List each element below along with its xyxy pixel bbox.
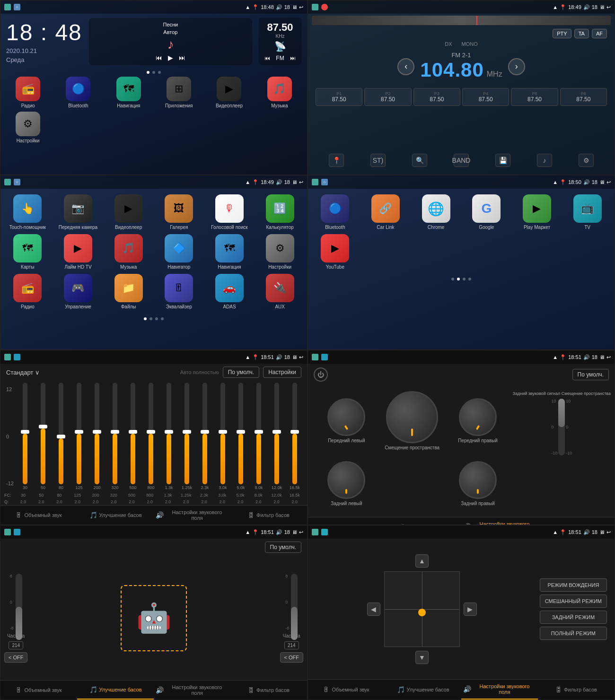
radio-loc-btn[interactable]: 📍: [329, 154, 344, 167]
app-front-camera[interactable]: 📷 Передняя камера: [55, 194, 102, 230]
af-btn[interactable]: AF: [592, 29, 607, 38]
eq-band-11[interactable]: 2.3k: [196, 383, 213, 490]
p6-tab-surround[interactable]: 🎚 Объемный звук: [308, 517, 385, 525]
minimize-p7[interactable]: [4, 529, 11, 535]
app-carlink[interactable]: 🔗 Car Link: [362, 194, 409, 230]
minimize-icon-p2[interactable]: [312, 4, 318, 10]
p8-tab-bass[interactable]: 🎵 Улучшение басов: [385, 680, 461, 700]
knob-rear-right[interactable]: Задний правый: [459, 461, 497, 506]
back-p4[interactable]: ↩: [606, 179, 611, 185]
app-maps[interactable]: 🗺 Карты: [4, 234, 51, 270]
app-youtube[interactable]: ▶ YouTube: [312, 234, 359, 270]
app-aux[interactable]: 🔌 AUX: [256, 274, 303, 310]
app-music-p3[interactable]: 🎵 Музыка: [105, 234, 152, 270]
radio-next-btn[interactable]: ⏭: [290, 55, 296, 61]
app-radio[interactable]: 📻 Радио: [4, 77, 52, 109]
p6-tab-bass[interactable]: 🎵 Улучшение басов: [385, 517, 461, 525]
ta-btn[interactable]: TA: [574, 29, 589, 38]
eq-band-4[interactable]: 125: [70, 383, 88, 490]
bass-off-btn-left[interactable]: < OFF: [4, 652, 27, 663]
ss-default-btn[interactable]: По умолч.: [572, 369, 609, 380]
app-videoplayer[interactable]: ▶ Видеоплеер: [205, 77, 253, 109]
app-music[interactable]: 🎵 Музыка: [256, 77, 303, 109]
app-google[interactable]: G Google: [463, 194, 510, 230]
mode-driving[interactable]: РЕЖИМ ВОЖДЕНИЯ: [540, 578, 607, 592]
preset-p1[interactable]: P1 87.50: [316, 88, 362, 106]
bass-slider-track-left[interactable]: [16, 574, 22, 640]
app-gallery[interactable]: 🖼 Галерея: [156, 194, 202, 230]
radio-prev-btn[interactable]: ⏮: [264, 55, 270, 61]
page-dot-3[interactable]: [158, 71, 161, 74]
dot-1-p3[interactable]: [144, 317, 147, 320]
eq-band-12[interactable]: 3.0k: [214, 383, 231, 490]
eq-band-6[interactable]: 320: [106, 383, 123, 490]
stage-down-btn[interactable]: ▼: [415, 651, 429, 664]
radio-band-btn[interactable]: BAND: [454, 154, 469, 167]
eq-preset-selector[interactable]: Стандарт ∨: [6, 369, 40, 376]
preset-p5[interactable]: P5 87.50: [511, 88, 558, 106]
preset-p4[interactable]: P4 87.50: [462, 88, 509, 106]
app-radio-p3[interactable]: 📻 Радио: [4, 274, 51, 310]
back-p8[interactable]: ↩: [606, 529, 611, 535]
p8-tab-soundfield[interactable]: 🔊 Настройки звукового поля: [461, 680, 538, 700]
radio-search-btn[interactable]: 🔍: [412, 154, 427, 167]
back-p3[interactable]: ↩: [299, 179, 303, 185]
eq-band-5[interactable]: 200: [88, 383, 105, 490]
bass-off-btn-right[interactable]: < OFF: [280, 652, 303, 663]
app-navigator[interactable]: 🔷 Навигатор: [156, 234, 202, 270]
bass-default-btn[interactable]: По умолч.: [265, 542, 301, 553]
back-icon-p2[interactable]: ↩: [606, 4, 611, 10]
eq-band-8[interactable]: 800: [142, 383, 159, 490]
eq-band-1[interactable]: 30: [17, 383, 34, 490]
minimize-p8[interactable]: [312, 529, 318, 535]
home-p3[interactable]: ⌂: [14, 179, 20, 185]
app-bluetooth[interactable]: 🔵 Bluetooth: [54, 77, 102, 109]
eq-band-13[interactable]: 5.0k: [232, 383, 249, 490]
knob-spatial-shift[interactable]: Смещение пространства: [385, 391, 439, 450]
app-chrome[interactable]: 🌐 Chrome: [413, 194, 459, 230]
app-tv[interactable]: 📺 TV: [564, 194, 611, 230]
app-equalizer-p3[interactable]: 🎚 Эквалайзер: [156, 274, 202, 310]
stage-right-btn[interactable]: ▶: [464, 603, 477, 616]
app-files[interactable]: 📁 Файлы: [105, 274, 152, 310]
back-icon[interactable]: ↩: [299, 4, 303, 10]
radio-widget[interactable]: 87.50 KHz 📡 ⏮ FM ⏭: [259, 18, 301, 65]
dot-4-p3[interactable]: [161, 317, 164, 320]
app-calculator[interactable]: 🔢 Калькулятор: [256, 194, 303, 230]
dot-3-p4[interactable]: [463, 278, 466, 280]
p7-tab-bassfilter[interactable]: 🎛 Фильтр басов: [230, 681, 307, 700]
app-settings-p3[interactable]: ⚙ Настройки: [256, 234, 303, 270]
minimize-p3[interactable]: [4, 179, 11, 185]
home-icon[interactable]: ⌂: [14, 4, 20, 10]
preset-p2[interactable]: P2 87.50: [364, 88, 411, 106]
eq-settings-btn[interactable]: Настройки: [263, 367, 301, 378]
stage-up-btn[interactable]: ▲: [415, 554, 429, 568]
dot-4-p4[interactable]: [468, 278, 471, 280]
app-applications[interactable]: ⊞ Приложения: [155, 77, 202, 109]
music-widget[interactable]: Песни Автор ♪ ⏮ ▶ ⏭: [89, 18, 252, 65]
mode-mixed[interactable]: СМЕШАННЫЙ РЕЖИМ: [540, 595, 607, 608]
mode-rear[interactable]: ЗАДНИЙ РЕЖИМ: [540, 611, 607, 624]
knob-front-left[interactable]: Передний левый: [327, 398, 365, 443]
minimize-p6[interactable]: [312, 354, 318, 360]
eq-band-9[interactable]: 1.3k: [160, 383, 177, 490]
back-p7[interactable]: ↩: [299, 529, 303, 535]
p6-tab-soundfield[interactable]: 🔊 Настройки звукового поля: [461, 517, 538, 525]
minimize-p5[interactable]: [4, 354, 11, 360]
preset-p6[interactable]: P6 87.50: [560, 88, 607, 106]
radio-prev-station[interactable]: ‹: [397, 58, 414, 75]
app-settings-home[interactable]: ⚙ Настройки: [4, 112, 52, 144]
p6-tab-bassfilter[interactable]: 🎛 Фильтр басов: [538, 517, 615, 525]
eq-band-3[interactable]: 80: [53, 383, 70, 490]
knob-front-right[interactable]: Передний правый: [458, 398, 498, 443]
page-dot-2[interactable]: [152, 71, 155, 74]
radio-settings-btn[interactable]: ⚙: [579, 154, 594, 167]
app-playmarket[interactable]: ▶ Play Маркет: [514, 194, 561, 230]
back-p5[interactable]: ↩: [299, 354, 303, 360]
p8-tab-bassfilter[interactable]: 🎛 Фильтр басов: [538, 680, 615, 700]
next-btn[interactable]: ⏭: [179, 54, 185, 61]
eq-tab-bassfilter[interactable]: 🎛 Фильтр басов: [230, 506, 307, 525]
play-btn[interactable]: ▶: [168, 54, 173, 61]
minimize-p4[interactable]: [312, 179, 318, 185]
dot-3-p3[interactable]: [155, 317, 158, 320]
